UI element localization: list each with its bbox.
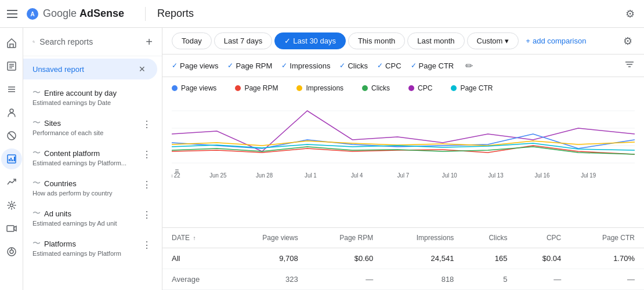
check-icon: ✓ <box>172 61 178 70</box>
svg-text:Jul 1: Jul 1 <box>305 172 317 179</box>
cell-page-rpm: $0.60 <box>307 248 383 269</box>
sidebar-item-countries[interactable]: 〜 Countries How ads perform by country ⋮ <box>23 172 162 202</box>
more-options-icon[interactable]: ⋮ <box>141 148 153 161</box>
last7days-button[interactable]: Last 7 days <box>214 32 273 49</box>
nav-content-icon[interactable] <box>1 56 22 77</box>
custom-arrow-icon: ▾ <box>505 37 509 45</box>
nav-trending-icon[interactable] <box>1 172 22 193</box>
sparkline-icon: 〜 <box>32 208 41 219</box>
metric-tabs: ✓ Page views ✓ Page RPM ✓ Impressions ✓ … <box>162 55 644 77</box>
nav-home-icon[interactable] <box>1 32 22 53</box>
cell-page-rpm: — <box>307 269 383 290</box>
svg-point-17 <box>10 204 13 207</box>
filter-icon[interactable] <box>624 59 635 72</box>
last30days-button[interactable]: ✓ Last 30 days <box>274 32 346 49</box>
col-page-ctr[interactable]: Page CTR <box>570 228 644 248</box>
add-comparison-label: add comparison <box>533 37 587 45</box>
tab-page-views[interactable]: ✓ Page views <box>172 61 218 70</box>
last-month-button[interactable]: Last month <box>407 32 464 49</box>
add-comparison-button[interactable]: + add comparison <box>526 37 586 45</box>
col-clicks[interactable]: Clicks <box>463 228 516 248</box>
nav-reports-icon[interactable] <box>1 148 22 169</box>
tab-page-ctr[interactable]: ✓ Page CTR <box>411 61 454 70</box>
tab-clicks[interactable]: ✓ Clicks <box>339 61 368 70</box>
legend-page-views: Page views <box>172 84 216 92</box>
cell-page-ctr: 1.70% <box>570 248 644 269</box>
svg-text:Jul 13: Jul 13 <box>489 172 504 179</box>
tab-label: Impressions <box>290 61 330 70</box>
svg-text:Jul 19: Jul 19 <box>581 172 596 179</box>
cell-page-views: 323 <box>229 269 307 290</box>
nav-list-icon[interactable] <box>1 79 22 100</box>
sidebar-item-content-platform[interactable]: 〜 Content platform Estimated earnings by… <box>23 142 162 172</box>
svg-text:Jul 10: Jul 10 <box>442 172 457 179</box>
col-cpc[interactable]: CPC <box>516 228 570 248</box>
nav-optimize-icon[interactable] <box>1 241 22 262</box>
sidebar-item-entire-account[interactable]: 〜 Entire account by day Estimated earnin… <box>23 82 162 112</box>
custom-button[interactable]: Custom ▾ <box>467 32 519 49</box>
sidebar-item-ad-units[interactable]: 〜 Ad units Estimated earnings by Ad unit… <box>23 202 162 233</box>
svg-marker-19 <box>14 226 16 231</box>
svg-line-11 <box>8 133 14 139</box>
sidebar-item-subtitle: Estimated earnings by Platform <box>32 250 121 257</box>
add-report-button[interactable]: + <box>146 35 153 49</box>
more-options-icon[interactable]: ⋮ <box>141 118 153 131</box>
sparkline-icon: 〜 <box>32 238 41 249</box>
cell-page-views: 9,708 <box>229 248 307 269</box>
svg-point-9 <box>10 109 13 113</box>
svg-point-21 <box>10 250 13 253</box>
active-report-label: Unsaved report <box>32 65 84 74</box>
svg-text:Jun 28: Jun 28 <box>256 172 273 179</box>
check-icon: ✓ <box>377 61 383 70</box>
edit-metrics-icon[interactable]: ✏ <box>465 60 473 71</box>
close-active-button[interactable]: ✕ <box>136 63 148 75</box>
this-month-button[interactable]: This month <box>348 32 405 49</box>
tab-page-rpm[interactable]: ✓ Page RPM <box>227 61 272 70</box>
leftnav <box>0 28 23 290</box>
legend-page-ctr: Page CTR <box>451 84 493 92</box>
nav-block-icon[interactable] <box>1 125 22 146</box>
legend-cpc: CPC <box>408 84 432 92</box>
sidebar: + Unsaved report ✕ 〜 Entire account by d… <box>23 28 162 290</box>
sidebar-item-title: 〜 Entire account by day <box>32 88 117 98</box>
tab-label: CPC <box>385 61 401 70</box>
chart-and-table: Page views Page RPM Impressions Clicks C… <box>162 77 644 290</box>
more-options-icon[interactable]: ⋮ <box>141 238 153 252</box>
nav-video-icon[interactable] <box>1 218 22 239</box>
tab-cpc[interactable]: ✓ CPC <box>377 61 401 70</box>
more-options-icon[interactable]: ⋮ <box>141 178 153 191</box>
today-button[interactable]: Today <box>172 32 212 49</box>
logo: A Google AdSense <box>26 7 124 21</box>
sidebar-item-subtitle: Estimated earnings by Date <box>32 99 117 106</box>
sparkline-icon: 〜 <box>32 178 41 188</box>
col-date[interactable]: DATE ↑ <box>162 228 229 248</box>
check-icon: ✓ <box>227 61 233 70</box>
sidebar-active-item[interactable]: Unsaved report ✕ <box>23 59 157 79</box>
nav-settings-icon[interactable] <box>1 195 22 216</box>
search-input[interactable] <box>39 37 141 46</box>
tab-label: Page CTR <box>419 61 454 70</box>
col-page-rpm[interactable]: Page RPM <box>307 228 383 248</box>
menu-icon[interactable] <box>7 7 21 21</box>
gear-icon[interactable]: ⚙ <box>623 7 637 21</box>
cell-clicks: 165 <box>463 248 516 269</box>
svg-text:A: A <box>30 11 34 17</box>
sidebar-item-platforms[interactable]: 〜 Platforms Estimated earnings by Platfo… <box>23 233 162 263</box>
adsense-logo-icon: A <box>26 7 39 21</box>
report-settings-icon[interactable]: ⚙ <box>621 34 635 48</box>
more-options-icon[interactable]: ⋮ <box>141 208 153 222</box>
col-impressions[interactable]: Impressions <box>382 228 463 248</box>
chart-legend: Page views Page RPM Impressions Clicks C… <box>162 77 644 99</box>
tab-label: Clicks <box>348 61 368 70</box>
sidebar-item-sites[interactable]: 〜 Sites Performance of each site ⋮ <box>23 112 162 142</box>
sparkline-icon: 〜 <box>32 148 41 158</box>
col-page-views[interactable]: Page views <box>229 228 307 248</box>
nav-people-icon[interactable] <box>1 102 22 123</box>
check-icon: ✓ <box>284 37 291 45</box>
cell-page-ctr: — <box>570 269 644 290</box>
sidebar-item-subtitle: Performance of each site <box>32 129 103 136</box>
sparkline-icon: 〜 <box>32 88 41 98</box>
tab-label: Page views <box>180 61 218 70</box>
svg-line-24 <box>34 42 35 42</box>
tab-impressions[interactable]: ✓ Impressions <box>281 61 330 70</box>
